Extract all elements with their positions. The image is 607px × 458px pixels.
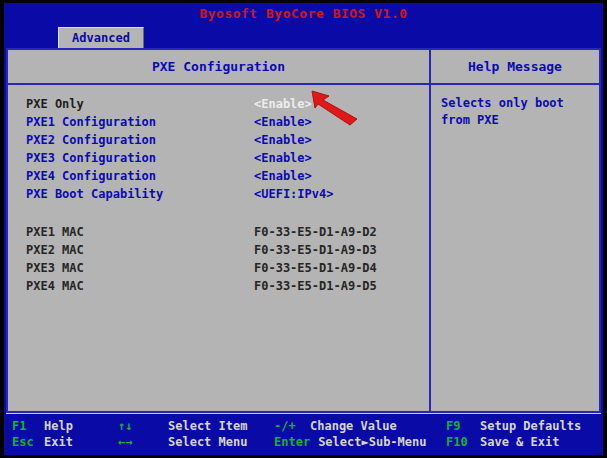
key-hint: ←→ Select Menu	[118, 435, 274, 450]
mac-value: F0-33-E5-D1-A9-D4	[254, 259, 377, 277]
setting-row[interactable]: PXE Only <Enable>	[26, 95, 423, 113]
setting-row[interactable]: PXE4 Configuration <Enable>	[26, 167, 423, 185]
bios-inner-area: Byosoft ByoCore BIOS V1.0 Advanced PXE C…	[4, 3, 603, 455]
setting-label: PXE3 Configuration	[26, 149, 254, 167]
setting-label: PXE Only	[26, 95, 254, 113]
hotkey-description: Save & Exit	[480, 435, 559, 450]
hotkey-description: Exit	[44, 435, 73, 450]
setting-value[interactable]: <Enable>	[254, 131, 312, 149]
tab-advanced[interactable]: Advanced	[58, 27, 144, 48]
mac-label: PXE3 MAC	[26, 259, 254, 277]
setting-label: PXE2 Configuration	[26, 131, 254, 149]
menu-tab-bar: Advanced	[4, 23, 603, 48]
main-panel: PXE Configuration Help Message PXE Only …	[6, 48, 601, 413]
panel-body: PXE Only <Enable> PXE1 Configuration <En…	[8, 85, 599, 411]
setting-value[interactable]: <Enable>	[254, 149, 312, 167]
mac-label: PXE4 MAC	[26, 277, 254, 295]
hotkey-label: Esc	[12, 435, 36, 450]
key-hint: ↑↓ Select Item	[118, 419, 274, 434]
mac-row: PXE3 MAC F0-33-E5-D1-A9-D4	[26, 259, 423, 277]
setting-row[interactable]: PXE1 Configuration <Enable>	[26, 113, 423, 131]
hotkey-description: Select Menu	[168, 435, 247, 450]
mac-label: PXE2 MAC	[26, 241, 254, 259]
key-hint: Enter Select►Sub-Menu	[274, 435, 446, 450]
setting-row[interactable]: PXE Boot Capability <UEFI:IPv4>	[26, 185, 423, 203]
hotkey-description: Help	[44, 419, 73, 434]
hotkey-description: Select►Sub-Menu	[318, 435, 426, 450]
settings-list: PXE Only <Enable> PXE1 Configuration <En…	[8, 85, 431, 411]
settings-rows: PXE Only <Enable> PXE1 Configuration <En…	[26, 95, 423, 203]
hotkey-label: F9	[446, 419, 472, 434]
mac-value: F0-33-E5-D1-A9-D5	[254, 277, 377, 295]
hotkey-description: Select Item	[168, 419, 247, 434]
setting-value[interactable]: <Enable>	[254, 95, 312, 113]
hotkey-description: Setup Defaults	[480, 419, 581, 434]
hotkey-label: ↑↓	[118, 419, 160, 434]
setting-row[interactable]: PXE2 Configuration <Enable>	[26, 131, 423, 149]
help-message: Selects only boot from PXE	[431, 85, 599, 411]
mac-row: PXE2 MAC F0-33-E5-D1-A9-D3	[26, 241, 423, 259]
setting-value[interactable]: <UEFI:IPv4>	[254, 185, 333, 203]
panel-header: PXE Configuration Help Message	[8, 50, 599, 85]
setting-value[interactable]: <Enable>	[254, 167, 312, 185]
key-hint: F9 Setup Defaults	[446, 419, 603, 434]
setting-label: PXE Boot Capability	[26, 185, 254, 203]
setting-value[interactable]: <Enable>	[254, 113, 312, 131]
key-hint-bar: F1 Help ↑↓ Select Item -/+ Change Value …	[4, 415, 603, 455]
hotkey-label: F1	[12, 419, 36, 434]
bios-title: Byosoft ByoCore BIOS V1.0	[4, 3, 603, 23]
key-hint: F10 Save & Exit	[446, 435, 603, 450]
bios-screen: Byosoft ByoCore BIOS V1.0 Advanced PXE C…	[0, 0, 607, 458]
key-hint: Esc Exit	[12, 435, 118, 450]
mac-info-rows: PXE1 MAC F0-33-E5-D1-A9-D2 PXE2 MAC F0-3…	[26, 223, 423, 295]
hotkey-label: ←→	[118, 435, 160, 450]
mac-row: PXE1 MAC F0-33-E5-D1-A9-D2	[26, 223, 423, 241]
key-hint: F1 Help	[12, 419, 118, 434]
setting-label: PXE4 Configuration	[26, 167, 254, 185]
mac-value: F0-33-E5-D1-A9-D3	[254, 241, 377, 259]
hotkey-label: F10	[446, 435, 472, 450]
setting-row[interactable]: PXE3 Configuration <Enable>	[26, 149, 423, 167]
hotkey-label: -/+	[274, 419, 302, 434]
setting-label: PXE1 Configuration	[26, 113, 254, 131]
key-hint: -/+ Change Value	[274, 419, 446, 434]
hotkey-label: Enter	[274, 435, 310, 450]
mac-row: PXE4 MAC F0-33-E5-D1-A9-D5	[26, 277, 423, 295]
page-title: PXE Configuration	[8, 50, 431, 83]
mac-label: PXE1 MAC	[26, 223, 254, 241]
hotkey-description: Change Value	[310, 419, 397, 434]
help-panel-title: Help Message	[431, 50, 599, 83]
mac-value: F0-33-E5-D1-A9-D2	[254, 223, 377, 241]
